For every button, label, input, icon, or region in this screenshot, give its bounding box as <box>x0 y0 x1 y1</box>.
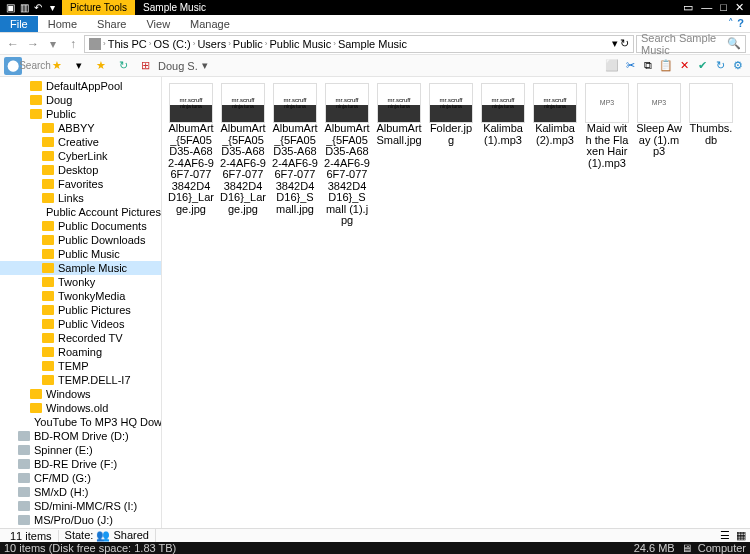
chevron-down-icon[interactable]: ▾ <box>202 59 208 72</box>
file-item[interactable]: Sleep Away (1).mp3 <box>634 81 684 229</box>
chevron-right-icon[interactable]: › <box>103 39 106 48</box>
star-icon[interactable]: ★ <box>48 57 66 75</box>
back-button[interactable]: ← <box>4 37 22 51</box>
details-view-icon[interactable]: ☰ <box>720 529 730 542</box>
properties-icon[interactable]: ⚙ <box>730 58 746 74</box>
tree-node[interactable]: BD-ROM Drive (D:) <box>0 429 161 443</box>
up-button[interactable]: ↑ <box>64 37 82 51</box>
tree-node[interactable]: BD-RE Drive (F:) <box>0 457 161 471</box>
address-dropdown[interactable]: ▾ <box>612 37 618 50</box>
file-item[interactable]: mr.scruffninja tunaAlbumArt_{5FA05D35-A6… <box>218 81 268 229</box>
tree-node[interactable]: CF/MD (G:) <box>0 471 161 485</box>
cut-icon[interactable]: ✂ <box>622 58 638 74</box>
tree-node[interactable]: Public Downloads <box>0 233 161 247</box>
crumb[interactable]: OS (C:) <box>153 38 190 50</box>
footer-size: 24.6 MB <box>634 542 675 554</box>
undo-icon[interactable]: ↶ <box>32 2 44 14</box>
file-item[interactable]: mr.scruffninja tunaKalimba (1).mp3 <box>478 81 528 229</box>
file-item[interactable]: mr.scruffninja tunaFolder.jpg <box>426 81 476 229</box>
file-list[interactable]: mr.scruffninja tunaAlbumArt_{5FA05D35-A6… <box>162 77 750 528</box>
tree-node[interactable]: Links <box>0 191 161 205</box>
ribbon-collapse-icon[interactable]: ▭ <box>683 1 693 14</box>
undo-icon[interactable]: ↻ <box>712 58 728 74</box>
tab-home[interactable]: Home <box>38 16 87 32</box>
folder-icon <box>42 249 54 259</box>
properties-icon[interactable]: ▥ <box>18 2 30 14</box>
file-item[interactable]: Thumbs.db <box>686 81 736 229</box>
tree-label: Roaming <box>58 346 102 358</box>
drive-icon <box>18 515 30 525</box>
tree-node[interactable]: TEMP <box>0 359 161 373</box>
tree-node[interactable]: Recorded TV <box>0 331 161 345</box>
tree-node[interactable]: Sample Music <box>0 261 161 275</box>
tree-node[interactable]: SM/xD (H:) <box>0 485 161 499</box>
tree-node[interactable]: Roaming <box>0 345 161 359</box>
file-item[interactable]: mr.scruffninja tunaAlbumArtSmall.jpg <box>374 81 424 229</box>
crumb[interactable]: Sample Music <box>338 38 407 50</box>
tree-node[interactable]: Creative <box>0 135 161 149</box>
folder-tree[interactable]: DefaultAppPoolDougPublicABBYYCreativeCyb… <box>0 77 162 528</box>
crumb[interactable]: Public Music <box>269 38 331 50</box>
tree-node[interactable]: Public Documents <box>0 219 161 233</box>
close-button[interactable]: ✕ <box>735 1 744 14</box>
ribbon-help[interactable]: ˄ ? <box>728 17 750 30</box>
tree-node[interactable]: Public <box>0 107 161 121</box>
file-item[interactable]: mr.scruffninja tunaAlbumArt_{5FA05D35-A6… <box>270 81 320 229</box>
tree-node[interactable]: YouTube To MP3 HQ Downloader <box>0 415 161 429</box>
state-label: State: 👥 Shared <box>59 529 156 542</box>
thumbnails-view-icon[interactable]: ▦ <box>736 529 746 542</box>
tab-view[interactable]: View <box>136 16 180 32</box>
tree-node[interactable]: CyberLink <box>0 149 161 163</box>
search-input[interactable]: Search Sample Music 🔍 <box>636 35 746 53</box>
file-item[interactable]: mr.scruffninja tunaKalimba (2).mp3 <box>530 81 580 229</box>
tree-node[interactable]: Public Account Pictures <box>0 205 161 219</box>
rename-icon[interactable]: ✔ <box>694 58 710 74</box>
crumb[interactable]: Users <box>197 38 226 50</box>
dropdown-icon[interactable]: ▾ <box>46 2 58 14</box>
tree-node[interactable]: SD/mini-MMC/RS (I:) <box>0 499 161 513</box>
tree-node[interactable]: ABBYY <box>0 121 161 135</box>
breadcrumb[interactable]: › This PC› OS (C:)› Users› Public› Publi… <box>84 35 634 53</box>
tab-share[interactable]: Share <box>87 16 136 32</box>
crumb[interactable]: Public <box>233 38 263 50</box>
tree-node[interactable]: Public Pictures <box>0 303 161 317</box>
thumbnail: mr.scruffninja tuna <box>273 83 317 123</box>
tree-node[interactable]: DefaultAppPool <box>0 79 161 93</box>
recent-dropdown[interactable]: ▾ <box>44 37 62 51</box>
tree-node[interactable]: Twonky <box>0 275 161 289</box>
file-name: AlbumArtSmall.jpg <box>376 123 422 146</box>
favorite-icon[interactable]: ★ <box>92 57 110 75</box>
sync-icon[interactable]: ↻ <box>114 57 132 75</box>
tree-node[interactable]: Public Videos <box>0 317 161 331</box>
file-item[interactable]: Maid with the Flaxen Hair (1).mp3 <box>582 81 632 229</box>
shared-icon: 👥 <box>96 529 110 541</box>
tree-node[interactable]: TEMP.DELL-I7 <box>0 373 161 387</box>
forward-button[interactable]: → <box>24 37 42 51</box>
minimize-button[interactable]: — <box>701 1 712 14</box>
crumb[interactable]: This PC <box>108 38 147 50</box>
tree-node[interactable]: TwonkyMedia <box>0 289 161 303</box>
tree-node[interactable]: Doug <box>0 93 161 107</box>
search-icon[interactable]: 🔍 <box>727 37 741 50</box>
paste-icon[interactable]: 📋 <box>658 58 674 74</box>
file-item[interactable]: mr.scruffninja tunaAlbumArt_{5FA05D35-A6… <box>166 81 216 229</box>
tree-node[interactable]: MS/Pro/Duo (J:) <box>0 513 161 527</box>
tree-node[interactable]: Windows.old <box>0 401 161 415</box>
refresh-button[interactable]: ↻ <box>620 37 629 50</box>
tree-node[interactable]: Favorites <box>0 177 161 191</box>
apps-icon[interactable]: ⊞ <box>136 57 154 75</box>
maximize-button[interactable]: □ <box>720 1 727 14</box>
file-tab[interactable]: File <box>0 16 38 32</box>
chevron-down-icon[interactable]: ▾ <box>70 57 88 75</box>
tree-label: Public Videos <box>58 318 124 330</box>
copy-icon[interactable]: ⧉ <box>640 58 656 74</box>
context-tab-picture-tools[interactable]: Picture Tools <box>62 0 135 15</box>
delete-icon[interactable]: ✕ <box>676 58 692 74</box>
tree-node[interactable]: Spinner (E:) <box>0 443 161 457</box>
file-item[interactable]: mr.scruffninja tunaAlbumArt_{5FA05D35-A6… <box>322 81 372 229</box>
tree-node[interactable]: Public Music <box>0 247 161 261</box>
tree-node[interactable]: Windows <box>0 387 161 401</box>
tab-manage[interactable]: Manage <box>180 16 240 32</box>
select-icon[interactable]: ⬜ <box>604 58 620 74</box>
tree-node[interactable]: Desktop <box>0 163 161 177</box>
